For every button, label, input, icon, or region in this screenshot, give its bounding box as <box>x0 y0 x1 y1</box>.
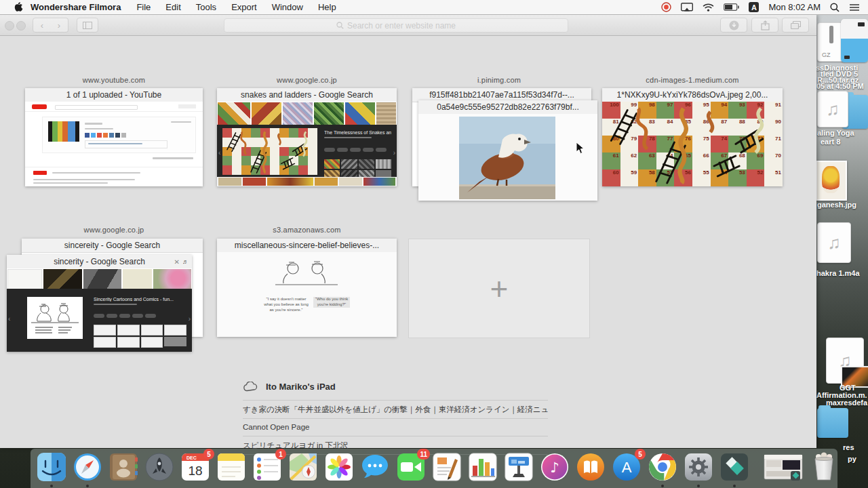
dock-contacts[interactable] <box>108 452 138 482</box>
desktop-file-audio-yoga[interactable]: ♫ <box>817 91 848 127</box>
desktop-file-ganesh[interactable] <box>816 161 847 201</box>
back-button[interactable]: ‹ <box>33 18 52 33</box>
apple-menu-icon[interactable] <box>14 1 24 13</box>
window-minimize-button[interactable] <box>16 21 26 30</box>
menu-window[interactable]: Window <box>272 2 303 12</box>
menu-help[interactable]: Help <box>318 2 336 12</box>
filmora-icon <box>719 452 749 482</box>
board-cell <box>279 147 289 157</box>
dock-reminders[interactable]: 1 <box>252 452 282 482</box>
sidebar-button[interactable] <box>77 18 98 33</box>
dock-safari[interactable] <box>73 452 102 482</box>
board-cell <box>270 156 279 165</box>
board-cell: 78 <box>638 136 656 152</box>
trash-icon <box>809 452 839 482</box>
board-cell: 58 <box>638 169 656 186</box>
mouse-cursor <box>576 142 585 155</box>
close-tab-icon[interactable]: ✕ <box>174 258 180 266</box>
board-cell: 84 <box>656 119 675 136</box>
dock-numbers[interactable] <box>468 452 498 482</box>
notification-badge: 5 <box>635 449 646 460</box>
cartoon-image <box>27 297 83 339</box>
wifi-icon[interactable] <box>703 3 714 12</box>
running-indicator <box>697 485 700 487</box>
prev-arrow-icon[interactable]: ‹ <box>8 315 10 323</box>
menu-tools[interactable]: Tools <box>196 2 216 12</box>
icloud-tab-item[interactable]: Cannot Open Page <box>243 418 548 436</box>
board-cell: 77 <box>656 136 675 152</box>
board-cell: 95 <box>692 102 711 119</box>
notification-center-icon[interactable] <box>849 3 860 12</box>
dock-ibooks[interactable] <box>576 452 606 482</box>
launchpad-icon <box>144 452 174 482</box>
share-button[interactable] <box>751 18 778 33</box>
dock-finder[interactable] <box>37 452 66 482</box>
dock-chrome[interactable] <box>648 452 677 482</box>
tab-title: snakes and ladders - Google Search <box>217 88 397 102</box>
system-preferences-icon <box>684 452 713 482</box>
dock-notes[interactable] <box>216 452 246 482</box>
window-close-button[interactable] <box>5 21 14 30</box>
desktop-file-dvd[interactable] <box>841 19 868 62</box>
tab-card-medium[interactable]: 1*NXKxy9U-kYxiYk786dsOvA.jpeg 2,00... 10… <box>602 88 783 186</box>
show-all-tabs-button[interactable] <box>782 18 809 33</box>
board-cell <box>222 147 232 157</box>
address-bar-placeholder: Search or enter website name <box>347 21 456 30</box>
tab-card-s3[interactable]: miscellaneous-sincere-belief-believes-..… <box>217 239 397 337</box>
dock-maps[interactable] <box>288 452 318 482</box>
prev-arrow-icon[interactable]: ‹ <box>218 149 220 157</box>
dock-system-preferences[interactable] <box>684 452 713 482</box>
dock-keynote[interactable] <box>504 452 534 482</box>
menu-export[interactable]: Export <box>231 2 257 12</box>
board-cell: 61 <box>602 152 620 169</box>
tab-thumbnail <box>418 114 597 201</box>
screen-recording-icon[interactable] <box>661 2 671 12</box>
next-arrow-icon[interactable]: › <box>189 315 191 323</box>
tab-card-pinimg-front[interactable]: 0a54e9c555e95272db82e22763f79bf... <box>418 100 597 201</box>
board-cell <box>260 138 270 147</box>
board-cell: 62 <box>620 152 639 169</box>
menu-file[interactable]: File <box>136 2 151 12</box>
dock-launchpad[interactable] <box>144 452 174 482</box>
input-source-icon[interactable]: A <box>749 2 759 12</box>
dock-messages[interactable] <box>360 452 390 482</box>
audio-icon[interactable]: ♬ <box>182 258 189 265</box>
address-bar[interactable]: Search or enter website name <box>224 18 568 33</box>
icloud-tab-item[interactable]: すき家の決断「牛丼並盛以外を値上げ」の衝撃｜外食｜東洋経済オンライン｜経済ニュー… <box>243 400 548 419</box>
board-cell <box>279 138 289 147</box>
board-cell: 59 <box>620 169 639 186</box>
active-app-name[interactable]: Wondershare Filmora <box>31 2 121 12</box>
board-cell: 85 <box>674 119 692 136</box>
forward-button[interactable]: › <box>50 18 68 33</box>
airplay-display-icon[interactable] <box>681 3 693 12</box>
menu-bar-clock[interactable]: Mon 8:02 AM <box>768 2 821 12</box>
dock-trash[interactable] <box>809 452 839 482</box>
dock-pages[interactable] <box>432 452 462 482</box>
spotlight-icon[interactable] <box>830 3 840 12</box>
dock-photos[interactable] <box>324 452 354 482</box>
menu-bar: Wondershare Filmora File Edit Tools Expo… <box>0 0 868 15</box>
board-cell: 70 <box>764 152 783 169</box>
desktop-label: res <box>843 443 854 451</box>
svg-text:♪: ♪ <box>550 460 559 476</box>
tab-card-youtube[interactable]: 1 of 1 uploaded - YouTube <box>25 88 203 186</box>
tab-card-sincerity-front[interactable]: sincerity - Google Search ✕ ♬ <box>7 255 192 352</box>
dock-calendar[interactable]: DEC18 5 <box>180 452 210 482</box>
tab-title: sincereity - Google Search <box>22 239 203 253</box>
safari-toolbar: ‹ › Search or enter website name <box>0 15 816 36</box>
downloads-button[interactable] <box>720 18 747 33</box>
dock-appstore[interactable]: A 5 <box>612 452 642 482</box>
icloud-icon <box>243 382 258 392</box>
dock-minimized-window[interactable] <box>764 452 803 482</box>
menu-edit[interactable]: Edit <box>165 2 180 12</box>
board-cell <box>241 128 251 138</box>
dock-itunes[interactable]: ♪ <box>540 452 570 482</box>
battery-icon[interactable] <box>724 3 739 11</box>
dock-facetime[interactable]: 11 <box>396 452 426 482</box>
desktop-file-audio-chakra[interactable]: ♫ <box>817 222 851 263</box>
desktop-folder[interactable] <box>817 408 848 438</box>
next-arrow-icon[interactable]: › <box>393 149 395 157</box>
dock-filmora[interactable] <box>719 452 749 482</box>
tab-card-google-snakes[interactable]: snakes and ladders - Google Search The T… <box>217 88 397 186</box>
new-tab-button[interactable]: + <box>408 239 590 338</box>
